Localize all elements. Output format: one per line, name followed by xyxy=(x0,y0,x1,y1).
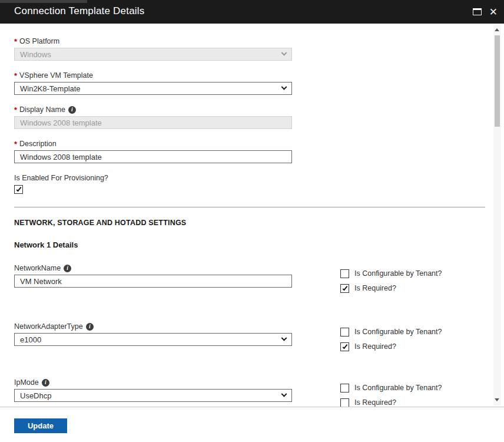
configurable-by-tenant-label: Is Configurable by Tenant? xyxy=(354,269,442,278)
ip-mode-required-checkbox[interactable] xyxy=(340,398,349,407)
vsphere-vm-template-value: Win2K8-Template xyxy=(20,84,81,93)
checkmark-icon xyxy=(16,186,21,192)
checkmark-icon xyxy=(342,343,347,348)
is-required-label: Is Required? xyxy=(354,342,396,351)
scroll-up-arrow-icon[interactable] xyxy=(495,28,499,31)
os-platform-select: Windows xyxy=(14,48,292,61)
required-marker: * xyxy=(14,71,17,80)
field-description: * Description xyxy=(14,139,489,163)
network-adapter-type-label: NetworkAdapterType i xyxy=(14,322,292,331)
ip-mode-select[interactable]: UseDhcp xyxy=(14,389,292,402)
update-button[interactable]: Update xyxy=(14,418,67,433)
vsphere-vm-template-select[interactable]: Win2K8-Template xyxy=(14,82,292,95)
required-marker: * xyxy=(14,140,17,149)
display-name-input xyxy=(14,116,292,129)
description-input[interactable] xyxy=(14,150,292,163)
row-network-name: NetworkName i Is Configurable by Tenant? xyxy=(14,263,489,298)
section-divider xyxy=(14,207,485,207)
titlebar-accent-strip xyxy=(0,0,87,3)
field-is-enabled: Is Enabled For Provisioning? xyxy=(14,173,489,194)
info-icon[interactable]: i xyxy=(68,106,76,114)
field-os-platform: * OS Platform Windows xyxy=(14,37,489,61)
vertical-scrollbar[interactable] xyxy=(493,25,501,405)
vsphere-vm-template-label: * VSphere VM Template xyxy=(14,71,489,80)
display-name-label: * Display Name i xyxy=(14,105,489,114)
row-network-adapter-type: NetworkAdapterType i e1000 Is Configurab… xyxy=(14,322,489,357)
description-label: * Description xyxy=(14,139,489,149)
field-display-name: * Display Name i xyxy=(14,105,489,129)
info-icon[interactable]: i xyxy=(42,379,49,387)
dialog-title: Connection Template Details xyxy=(14,5,145,17)
close-icon[interactable]: ✕ xyxy=(489,7,498,17)
configurable-by-tenant-label: Is Configurable by Tenant? xyxy=(354,384,442,392)
dialog-footer: Update xyxy=(0,407,504,442)
network1-details-header: Network 1 Details xyxy=(14,240,489,249)
network-storage-section-header: NETWORK, STORAGE AND HOTADD SETTINGS xyxy=(14,219,489,227)
chevron-down-icon xyxy=(281,391,287,397)
ip-mode-configurable-checkbox[interactable] xyxy=(340,384,349,392)
scroll-down-arrow-icon[interactable] xyxy=(495,398,499,401)
chevron-down-icon xyxy=(281,84,287,90)
info-icon[interactable]: i xyxy=(86,323,94,331)
scrollbar-thumb[interactable] xyxy=(495,35,500,127)
network-adapter-type-select[interactable]: e1000 xyxy=(14,333,292,346)
window-controls: ✕ xyxy=(473,0,498,24)
required-marker: * xyxy=(14,37,17,46)
network-name-input[interactable] xyxy=(14,275,292,288)
ip-mode-label: IpMode i xyxy=(14,378,292,387)
network-name-configurable-checkbox[interactable] xyxy=(340,269,349,278)
checkmark-icon xyxy=(342,285,347,290)
maximize-icon[interactable] xyxy=(473,8,482,15)
info-icon[interactable]: i xyxy=(64,265,71,272)
row-ip-mode: IpMode i UseDhcp Is Configurable by Tena… xyxy=(14,378,489,407)
os-platform-label: * OS Platform xyxy=(14,37,489,46)
is-enabled-checkbox[interactable] xyxy=(14,185,23,194)
field-vsphere-vm-template: * VSphere VM Template Win2K8-Template xyxy=(14,71,489,95)
ip-mode-value: UseDhcp xyxy=(20,391,51,400)
required-marker: * xyxy=(14,105,17,114)
dialog-titlebar: Connection Template Details ✕ xyxy=(0,0,504,24)
chevron-down-icon xyxy=(281,335,287,341)
network-adapter-type-configurable-checkbox[interactable] xyxy=(340,328,349,337)
network-adapter-type-value: e1000 xyxy=(20,335,41,344)
network-name-label: NetworkName i xyxy=(14,263,292,273)
is-enabled-label: Is Enabled For Provisioning? xyxy=(14,173,489,183)
is-required-label: Is Required? xyxy=(354,398,396,407)
network-adapter-type-required-checkbox[interactable] xyxy=(340,342,349,351)
is-required-label: Is Required? xyxy=(354,284,396,292)
os-platform-value: Windows xyxy=(20,50,51,59)
dialog-body: * OS Platform Windows * VSphere VM Templ… xyxy=(0,24,504,407)
configurable-by-tenant-label: Is Configurable by Tenant? xyxy=(354,328,442,336)
network-name-required-checkbox[interactable] xyxy=(340,284,349,293)
chevron-down-icon xyxy=(281,50,287,55)
